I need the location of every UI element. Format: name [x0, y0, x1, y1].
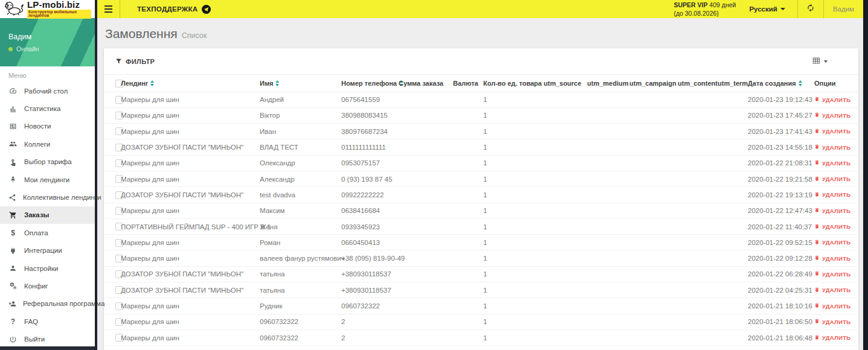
cell-phone: 09922222222 [340, 187, 397, 203]
delete-button[interactable]: УДАЛИТЬ [814, 334, 850, 342]
cell-landing: ДОЗАТОР ЗУБНОЇ ПАСТИ "МИНЬОН" [120, 187, 259, 203]
delete-button[interactable]: УДАЛИТЬ [814, 96, 850, 103]
delete-button[interactable]: УДАЛИТЬ [814, 223, 850, 231]
page-subtitle: Список [182, 31, 207, 40]
sidebar-item-integrations[interactable]: Интеграции [0, 242, 95, 259]
sidebar-item-dashboard[interactable]: Рабочий стол [0, 82, 95, 100]
sidebar-item-colleagues[interactable]: Коллеги [0, 135, 95, 153]
cell-utm_medium [586, 266, 628, 282]
delete-button[interactable]: УДАЛИТЬ [814, 191, 850, 199]
cell-name: 0960732322 [259, 329, 340, 345]
cell-options: УДАЛИТЬ [813, 171, 859, 186]
cell-landing: Маркеры для шин [120, 171, 259, 186]
cell-landing: ДОЗАТОР ЗУБНОЇ ПАСТИ "МИНЬОН" [120, 282, 259, 298]
sidebar-item-faq[interactable]: ? FAQ [0, 313, 95, 330]
column-header-landing[interactable]: Лендинг [120, 75, 259, 92]
cell-utm_medium [586, 171, 628, 186]
language-selector[interactable]: Русский [749, 5, 785, 13]
cell-utm_term [716, 346, 747, 350]
cell-qty: 1 [482, 282, 542, 298]
trash-icon [814, 112, 820, 119]
cell-sum [397, 187, 452, 203]
cell-utm_campaign [628, 187, 677, 203]
cell-landing: ДОЗАТОР ЗУБНОЇ ПАСТИ "МИНЬОН" [120, 266, 259, 282]
cell-name: Рудник [259, 298, 340, 314]
cell-phone: 380988083415 [340, 107, 397, 123]
sidebar-item-tariff[interactable]: Выбор тарифа [0, 153, 95, 171]
cell-utm_term [716, 329, 747, 345]
page-title: Замовлення [105, 27, 178, 40]
delete-button[interactable]: УДАЛИТЬ [814, 128, 850, 135]
table-row: ДОЗАТОР ЗУБНОЇ ПАСТИ "МИНЬОН"ВЛАД ТЕСТ01… [104, 139, 859, 155]
trash-icon [814, 207, 820, 214]
delete-button[interactable]: УДАЛИТЬ [814, 270, 850, 278]
table-row: Маркеры для шинАлександр0 (93) 193 87 45… [104, 171, 859, 186]
cell-phone: 0 (93) 193 87 45 [340, 171, 397, 186]
sidebar-item-stats[interactable]: Статистика [0, 100, 95, 117]
delete-button[interactable]: УДАЛИТЬ [814, 112, 850, 119]
delete-button[interactable]: УДАЛИТЬ [814, 159, 850, 167]
sidebar-item-referral[interactable]: Реферальная программа [0, 295, 95, 313]
plan-days: 409 дней [709, 1, 736, 8]
column-header-name[interactable]: Имя [259, 75, 340, 92]
cell-utm_campaign [628, 155, 677, 171]
hamburger-icon[interactable] [97, 0, 120, 18]
cell-created: 2020-01-23 14:55:18 [747, 139, 813, 155]
app-window: LP-mobi.biz Конструктор мобильных лендин… [0, 0, 868, 350]
cell-sum [397, 92, 452, 107]
cell-utm_source [542, 218, 586, 234]
delete-button[interactable]: УДАЛИТЬ [814, 176, 850, 183]
cell-sum [397, 266, 452, 282]
column-header-created[interactable]: Дата создания [747, 75, 813, 92]
cell-sum [397, 139, 452, 155]
sidebar-item-orders[interactable]: Заказы [0, 206, 95, 224]
delete-button[interactable]: УДАЛИТЬ [814, 255, 850, 262]
sidebar-item-logout[interactable]: Выйти [0, 330, 95, 348]
delete-button[interactable]: УДАЛИТЬ [814, 144, 850, 151]
trash-icon [814, 334, 820, 342]
sidebar-item-collective[interactable]: Коллективные лендинги [0, 188, 95, 206]
touch-icon [8, 158, 18, 166]
cell-qty: 1 [482, 346, 542, 350]
cell-options: УДАЛИТЬ [813, 92, 859, 107]
cell-currency [452, 298, 482, 314]
logo[interactable]: LP-mobi.biz Конструктор мобильных лендин… [0, 0, 95, 18]
column-header-phone[interactable]: Номер телефона [340, 75, 397, 92]
delete-button[interactable]: УДАЛИТЬ [814, 207, 850, 214]
cell-currency [452, 282, 482, 298]
delete-button[interactable]: УДАЛИТЬ [814, 302, 850, 310]
user-menu[interactable]: Вадим [824, 0, 863, 18]
delete-label: УДАЛИТЬ [822, 303, 850, 310]
delete-button[interactable]: УДАЛИТЬ [814, 239, 850, 246]
users-icon [8, 140, 18, 148]
cell-utm_term [716, 266, 747, 282]
telegram-icon [202, 5, 211, 14]
cell-currency [452, 203, 482, 218]
delete-button[interactable]: УДАЛИТЬ [814, 318, 850, 325]
filter-button[interactable]: ФИЛЬТР [115, 56, 155, 67]
cell-sum [397, 155, 452, 171]
sidebar-item-landings[interactable]: Мои лендинги [0, 171, 95, 188]
table-header-row: ЛендингИмяНомер телефонаСумма заказаВалю… [104, 75, 859, 92]
columns-visibility-button[interactable] [812, 56, 847, 67]
sidebar-item-payment[interactable]: $ Оплата [0, 224, 95, 241]
sidebar-item-settings[interactable]: Настройки [0, 259, 95, 277]
funnel-icon [115, 56, 122, 67]
cell-utm_medium [586, 139, 628, 155]
cell-utm_term [716, 314, 747, 329]
delete-button[interactable]: УДАЛИТЬ [814, 287, 850, 294]
cell-options: УДАЛИТЬ [813, 155, 859, 171]
support-button[interactable]: ТЕХПОДДЕРЖКА [120, 0, 229, 18]
cell-utm_campaign [628, 92, 677, 107]
online-status-dot [8, 47, 13, 51]
cell-utm_campaign [628, 235, 677, 250]
delete-label: УДАЛИТЬ [822, 319, 850, 325]
sidebar-footer [0, 346, 95, 350]
sidebar-item-news[interactable]: Новости [0, 118, 95, 135]
window-scrollbar[interactable] [863, 0, 868, 350]
sidebar-item-config[interactable]: Конфиг [0, 277, 95, 294]
cell-utm_content [677, 298, 716, 314]
cell-utm_campaign [628, 282, 677, 298]
sidebar-menu: Рабочий стол Статистика Новости Коллеги … [0, 82, 95, 348]
refresh-button[interactable] [798, 0, 823, 18]
